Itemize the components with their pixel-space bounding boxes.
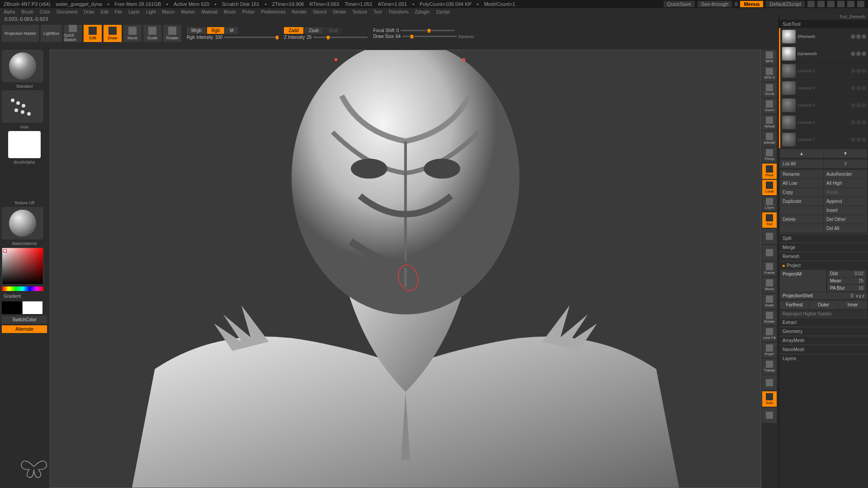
rgb-intensity-slider[interactable]: Rgb Intensity 100: [187, 35, 278, 40]
project-all-button[interactable]: ProjectAll: [780, 270, 826, 292]
dist-slider[interactable]: Dist0.02: [827, 270, 866, 277]
menu-layer[interactable]: Layer: [128, 9, 140, 14]
remesh-section[interactable]: Remesh: [779, 252, 868, 261]
draw-size-slider[interactable]: Draw Size 64 Dynamic: [373, 34, 474, 39]
eye-icon[interactable]: [862, 120, 866, 125]
mrgb-chip[interactable]: Mrgb: [187, 27, 206, 34]
paint-icon[interactable]: [856, 137, 861, 142]
menu-zscript[interactable]: Zscript: [436, 9, 449, 14]
menu-file[interactable]: File: [115, 9, 122, 14]
subtool-row[interactable]: Dynamesh: [780, 45, 868, 62]
outer-button[interactable]: Outer: [809, 300, 838, 309]
default-script[interactable]: DefaultZScript: [766, 1, 805, 7]
menu-transform[interactable]: Transform: [388, 9, 408, 14]
copy-button[interactable]: Copy: [780, 188, 823, 197]
alpha-thumbnail[interactable]: [8, 131, 41, 158]
gradient-label[interactable]: Gradient: [2, 293, 47, 300]
menu-zplugin[interactable]: Zplugin: [415, 9, 430, 14]
shelf-scale[interactable]: Scale: [762, 294, 777, 309]
shelf-actual[interactable]: Actual: [762, 115, 777, 130]
menu-movie[interactable]: Movie: [224, 9, 236, 14]
hue-bar[interactable]: [2, 286, 43, 291]
all-high-button[interactable]: All High: [824, 179, 867, 188]
projection-shell-slider[interactable]: ProjectionShell0x y z: [780, 292, 867, 299]
shelf-spix-3[interactable]: SPix 3: [762, 66, 777, 81]
shelf-floor[interactable]: Floor: [762, 164, 777, 179]
shelf-move[interactable]: Move: [762, 277, 777, 293]
edit-button[interactable]: Edit: [84, 25, 102, 42]
move-up-button[interactable]: ⇧: [824, 160, 867, 168]
lightbox-button[interactable]: LightBox: [41, 25, 62, 42]
visibility-icon[interactable]: [851, 120, 855, 125]
texture-thumbnail[interactable]: [2, 166, 43, 199]
subtool-row[interactable]: Unused 7: [780, 131, 868, 148]
shelf-frame[interactable]: Frame: [762, 261, 777, 277]
menu-draw[interactable]: Draw: [84, 9, 94, 14]
menu-tool[interactable]: Tool: [373, 9, 382, 14]
mean-slider[interactable]: Mean25: [827, 277, 866, 284]
shelf-btn-20[interactable]: [762, 375, 777, 390]
menu-texture[interactable]: Texture: [352, 9, 367, 14]
paint-icon[interactable]: [856, 34, 861, 39]
visibility-icon[interactable]: [851, 103, 855, 108]
eye-icon[interactable]: [862, 34, 866, 39]
zsub-chip[interactable]: Zsub: [304, 27, 323, 34]
shelf-btn-22[interactable]: [762, 408, 777, 423]
paint-icon[interactable]: [856, 69, 861, 73]
quicksave-button[interactable]: QuickSave: [664, 1, 695, 7]
extract-section[interactable]: Extract: [779, 318, 868, 327]
minimize-icon[interactable]: [837, 1, 844, 7]
menu-stencil[interactable]: Stencil: [313, 9, 326, 14]
rotate-button[interactable]: Rotate: [163, 25, 181, 42]
project-section[interactable]: Project: [779, 261, 868, 270]
color-picker[interactable]: [2, 248, 43, 285]
subtool-row[interactable]: Unused 6: [780, 114, 868, 131]
menu-document[interactable]: Document: [57, 9, 78, 14]
window-icon-2[interactable]: [817, 1, 825, 7]
duplicate-button[interactable]: Duplicate: [780, 197, 823, 206]
menu-material[interactable]: Material: [202, 9, 218, 14]
menu-marker[interactable]: Marker: [181, 9, 195, 14]
visibility-icon[interactable]: [851, 86, 855, 90]
visibility-icon[interactable]: [851, 52, 855, 56]
maximize-icon[interactable]: [847, 1, 854, 7]
paint-icon[interactable]: [856, 103, 861, 108]
paint-icon[interactable]: [856, 120, 861, 125]
reproject-button[interactable]: Reproject Higher Subdiv: [780, 310, 867, 317]
pa-blur-slider[interactable]: PA Blur10: [827, 285, 866, 291]
window-icon-1[interactable]: [807, 1, 815, 7]
shelf-xyz[interactable]: Xyz: [762, 212, 777, 228]
switch-color-button[interactable]: SwitchColor: [2, 316, 47, 324]
draw-button[interactable]: Draw: [104, 25, 122, 42]
subtool-up-button[interactable]: ▲: [780, 149, 823, 158]
paste-button[interactable]: Paste: [824, 188, 867, 197]
menu-brush[interactable]: Brush: [22, 9, 33, 14]
split-section[interactable]: Split: [779, 234, 868, 243]
menus-button[interactable]: Menus: [740, 1, 763, 7]
arraymesh-section[interactable]: ArrayMesh: [779, 336, 868, 345]
eye-icon[interactable]: [862, 137, 866, 142]
del-other-button[interactable]: Del Other: [824, 215, 867, 224]
insert-button[interactable]: Insert: [824, 206, 867, 215]
all-low-button[interactable]: All Low: [780, 179, 823, 188]
seethrough-label[interactable]: See-through: [698, 1, 732, 7]
zadd-chip[interactable]: Zadd: [284, 27, 303, 34]
shelf-transp[interactable]: Transp: [762, 359, 777, 374]
menu-color[interactable]: Color: [40, 9, 51, 14]
delete-button[interactable]: Delete: [780, 215, 823, 224]
shelf-line-fill[interactable]: Line Fill: [762, 326, 777, 342]
primary-color[interactable]: [23, 301, 42, 314]
shelf-aahalf[interactable]: AAHalf: [762, 131, 777, 146]
layers-section[interactable]: Layers: [779, 354, 868, 363]
shelf-rotate[interactable]: Rotate: [762, 310, 777, 325]
subtool-header[interactable]: SubTool: [779, 20, 868, 28]
append-button[interactable]: Append: [824, 197, 867, 206]
eye-icon[interactable]: [862, 103, 866, 108]
window-icon-3[interactable]: [827, 1, 835, 7]
subtool-down-button[interactable]: ▼: [824, 149, 867, 158]
material-thumbnail[interactable]: [2, 207, 43, 239]
farthest-button[interactable]: Farthest: [780, 300, 809, 309]
menu-stroke[interactable]: Stroke: [333, 9, 346, 14]
menu-render[interactable]: Render: [292, 9, 307, 14]
z-intensity-slider[interactable]: Z Intensity 25: [284, 35, 368, 40]
